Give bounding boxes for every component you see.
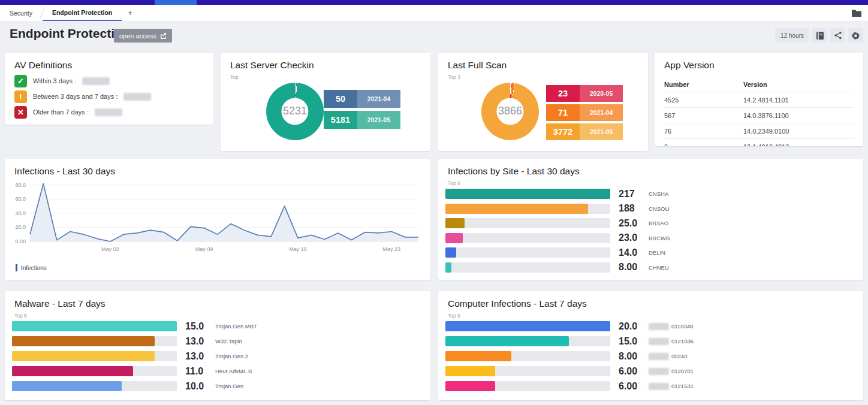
bar-value: 25.0 xyxy=(619,218,646,229)
bar-track xyxy=(12,336,177,346)
bar-track xyxy=(445,204,610,214)
bar-fill xyxy=(445,218,465,228)
card-title: App Version xyxy=(664,60,715,71)
top-accent-strip xyxy=(0,0,868,5)
card-infections-line: Infections - Last 30 days 0.0020.040.060… xyxy=(5,159,430,280)
legend-value: 71 xyxy=(546,104,580,121)
table-cell: 76 xyxy=(664,128,743,135)
bar-label: 0121036 xyxy=(649,338,694,345)
card-last-full-scan: Last Full Scan Top 3 3866 232020-0571202… xyxy=(438,53,648,151)
bar-label: BRCWB xyxy=(649,235,670,241)
bar-label: Trojan.Gen xyxy=(215,383,243,389)
bar-value: 14.0 xyxy=(619,247,646,258)
donut-legend-row: 232020-05 xyxy=(546,85,623,102)
time-range-button[interactable]: 12 hours xyxy=(775,28,809,43)
bar-value: 8.00 xyxy=(619,262,646,273)
bar-label: Trojan.Gen.2 xyxy=(215,353,248,359)
legend-period: 2021-04 xyxy=(580,104,623,121)
redacted-text xyxy=(649,383,669,390)
bar-value: 15.0 xyxy=(185,321,213,332)
donut-chart: 3866 xyxy=(481,83,539,140)
bar-fill xyxy=(12,336,155,346)
legend-value: 23 xyxy=(546,85,580,102)
card-last-server-checkin: Last Server Checkin Top 5231 502021-0451… xyxy=(221,53,430,151)
card-title: Malware - Last 7 days xyxy=(14,298,106,309)
gear-icon[interactable] xyxy=(848,28,863,43)
card-title: Infections by Site - Last 30 days xyxy=(448,166,580,177)
tab-security[interactable]: Security xyxy=(0,5,42,21)
open-access-button[interactable]: open access xyxy=(114,29,172,43)
svg-text:0.00: 0.00 xyxy=(15,238,26,244)
bar-value: 23.0 xyxy=(619,232,646,243)
bar-value: 13.0 xyxy=(185,351,213,362)
bar-label: BRSAO xyxy=(649,220,668,226)
legend-period: 2021-04 xyxy=(357,90,400,108)
bar-fill xyxy=(445,351,511,361)
table-cell: 12.1.4013.4013 xyxy=(743,143,789,147)
bar-fill xyxy=(445,336,569,346)
share-icon[interactable] xyxy=(830,28,845,43)
bar-track xyxy=(445,218,610,228)
legend-period: 2020-05 xyxy=(580,85,623,102)
bar-value: 217 xyxy=(619,189,646,200)
report-icon[interactable] xyxy=(812,28,827,43)
bar-value: 10.0 xyxy=(185,381,213,392)
bar-track xyxy=(445,247,610,258)
bar-value: 8.00 xyxy=(619,351,646,362)
redacted-text xyxy=(649,368,669,375)
bar-label: CNSOU xyxy=(649,205,669,212)
bar-fill xyxy=(12,351,155,361)
new-tab-button[interactable]: + xyxy=(122,5,138,21)
card-malware: Malware - Last 7 days Top 5 15.0Trojan.G… xyxy=(5,291,430,400)
external-link-icon xyxy=(160,32,167,39)
donut-chart: 5231 xyxy=(266,83,324,140)
app-version-table: Number Version 452514.2.4814.110156714.0… xyxy=(664,77,854,146)
table-row: 56714.0.3876.1100 xyxy=(664,108,854,123)
donut-legend-row: 712021-04 xyxy=(546,104,623,121)
bar-row: 6.000121531 xyxy=(445,381,694,391)
legend-value: 50 xyxy=(324,90,357,108)
redacted-value xyxy=(82,77,110,85)
bar-value: 11.0 xyxy=(185,366,213,377)
svg-text:May 02: May 02 xyxy=(101,246,119,252)
donut-legend-row: 51812021-05 xyxy=(324,111,400,129)
svg-text:80.0: 80.0 xyxy=(15,182,26,188)
folder-icon[interactable] xyxy=(845,5,868,21)
header-toolbar: 12 hours xyxy=(775,28,863,43)
col-number: Number xyxy=(664,81,743,88)
bar-value: 6.00 xyxy=(619,366,646,377)
bar-label: 0121531 xyxy=(649,383,694,390)
bar-track xyxy=(445,321,610,331)
infections-line-chart: 0.0020.040.060.080.0May 02May 09May 16Ma… xyxy=(10,178,426,257)
av-status-label: Older than 7 days : xyxy=(33,108,89,116)
dashboard: Security Endpoint Protection + Endpoint … xyxy=(0,0,868,405)
bar-row: 11.0Heur.AdvML.B xyxy=(12,366,257,376)
bar-fill xyxy=(12,381,122,391)
bar-track xyxy=(12,381,177,391)
bar-label: CNSHA xyxy=(649,191,668,197)
card-title: AV Definitions xyxy=(14,60,72,71)
donut-legend-row: 502021-04 xyxy=(324,90,400,108)
bar-row: 13.0W32.Tapin xyxy=(12,336,257,346)
tab-endpoint-protection[interactable]: Endpoint Protection xyxy=(43,5,122,21)
card-subtitle: Top 3 xyxy=(448,74,460,80)
bar-row: 25.0BRSAO xyxy=(445,218,670,228)
bar-row: 20.00110348 xyxy=(445,321,694,331)
svg-text:May 09: May 09 xyxy=(195,246,213,252)
bar-track xyxy=(12,351,177,361)
tab-bar: Security Endpoint Protection + xyxy=(0,5,868,21)
bar-fill xyxy=(445,233,463,243)
bar-fill xyxy=(12,321,177,331)
bar-value: 13.0 xyxy=(185,336,213,347)
donut-total: 3866 xyxy=(498,105,522,117)
bar-fill xyxy=(445,262,451,273)
redacted-text xyxy=(649,353,669,360)
svg-text:May 16: May 16 xyxy=(289,246,307,252)
donut-legend: 232020-05712021-0437722021-05 xyxy=(546,85,623,140)
card-title: Last Server Checkin xyxy=(230,60,314,71)
table-cell: 14.0.3876.1100 xyxy=(743,112,789,119)
card-title: Infections - Last 30 days xyxy=(14,166,115,177)
av-status-label: Between 3 days and 7 days : xyxy=(33,93,117,100)
legend-label: Infections xyxy=(21,265,47,271)
card-subtitle: Top 5 xyxy=(14,313,27,319)
